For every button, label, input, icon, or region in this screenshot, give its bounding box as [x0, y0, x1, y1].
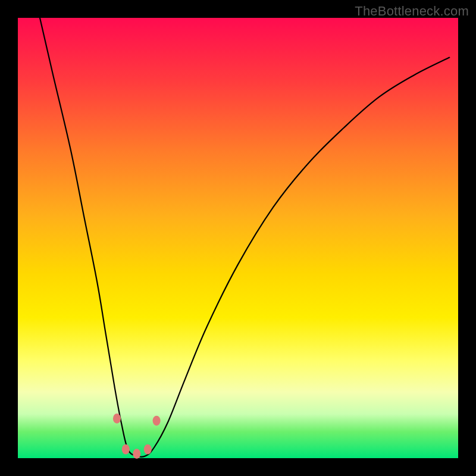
- marker-dot: [153, 416, 161, 426]
- watermark-text: TheBottleneck.com: [355, 4, 469, 19]
- bottleneck-curve: [40, 18, 449, 457]
- chart-stage: TheBottleneck.com: [0, 0, 476, 476]
- marker-dot: [122, 444, 130, 455]
- curve-svg: [18, 18, 458, 458]
- plot-area: [18, 18, 458, 458]
- marker-dot: [144, 444, 152, 455]
- marker-dot: [133, 449, 140, 459]
- curve-markers: [113, 414, 161, 459]
- marker-dot: [113, 414, 121, 424]
